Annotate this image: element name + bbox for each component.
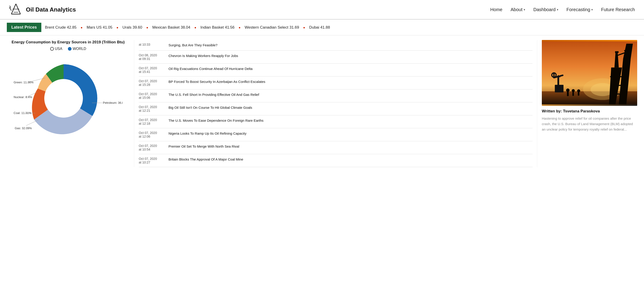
news-item[interactable]: Oct 07, 2020 at 15:06The U.S. Fell Short… xyxy=(139,90,532,102)
svg-rect-30 xyxy=(572,92,574,96)
ticker-price-0: Brent Crude 42.85 xyxy=(45,25,76,30)
green-label: Green: 11.36% xyxy=(14,80,34,84)
radio-world[interactable]: WORLD xyxy=(68,47,86,51)
news-headline: Chevron Is Making Workers Reapply For Jo… xyxy=(168,53,238,58)
news-headline: BP Forced To Boost Security In Azerbaija… xyxy=(168,79,265,84)
people-silhouettes xyxy=(566,88,580,96)
svg-rect-16 xyxy=(554,73,555,78)
news-date: Oct 07, 2020 at 12:06 xyxy=(139,131,165,138)
nuclear-label: Nuclear: 8.4% xyxy=(14,95,32,99)
news-date: Oct 07, 2020 at 12:18 xyxy=(139,118,165,125)
news-date: Oct 07, 2020 at 10:27 xyxy=(139,157,165,164)
donut-hole xyxy=(44,79,83,118)
header: Oil Data Analytics Home About ▾ Dashboar… xyxy=(0,0,644,20)
ticker-bar: Latest Prices Brent Crude 42.85●Mars US … xyxy=(0,20,644,36)
chart-radio-group: USA WORLD xyxy=(7,47,130,52)
news-headline: Big Oil Still Isn't On Course To Hit Glo… xyxy=(168,105,252,110)
ticker-dot-icon: ● xyxy=(116,26,118,29)
radio-usa-circle xyxy=(50,47,54,51)
about-arrow-icon: ▾ xyxy=(524,8,525,11)
svg-rect-23 xyxy=(615,51,618,53)
news-date: Oct 07, 2020 at 15:06 xyxy=(139,92,165,100)
ticker-price-4: Indian Basket 41.56 xyxy=(200,25,234,30)
news-item[interactable]: Oct 07, 2020 at 12:06Nigeria Looks To Ra… xyxy=(139,128,532,141)
svg-rect-12 xyxy=(558,76,559,86)
gas-label: Gas: 32.09% xyxy=(15,126,32,130)
ticker-dot-icon: ● xyxy=(146,26,148,29)
news-date: Oct 07, 2020 at 10:54 xyxy=(139,144,165,151)
news-item[interactable]: at 10:33Surging, But Are They Feasible? xyxy=(139,40,532,51)
svg-rect-20 xyxy=(611,85,621,86)
news-item[interactable]: Oct 07, 2020 at 15:28BP Forced To Boost … xyxy=(139,76,532,90)
news-item[interactable]: Oct 07, 2020 at 10:54Premier Oil Set To … xyxy=(139,141,532,154)
ticker-dot-icon: ● xyxy=(239,26,240,29)
news-headline: Nigeria Looks To Ramp Up Its Oil Refinin… xyxy=(168,131,246,136)
ticker-price-3: Mexican Basket 38.04 xyxy=(152,25,190,30)
news-headline: Britain Blocks The Approval Of A Major C… xyxy=(168,157,243,162)
svg-point-27 xyxy=(566,88,570,92)
svg-rect-26 xyxy=(624,50,632,51)
ticker-price-6: Dubai 41.88 xyxy=(309,25,330,30)
news-date: Oct 07, 2020 at 12:21 xyxy=(139,105,165,112)
coal-label: Coal: 11.31% xyxy=(14,111,31,115)
article-image xyxy=(542,40,637,106)
article-body: Hastening to approve relief for oil comp… xyxy=(542,116,637,132)
petroleum-label: Petroleum: 36.84% xyxy=(103,101,122,104)
news-section: at 10:33Surging, But Are They Feasible?O… xyxy=(134,40,537,167)
news-headline: The U.S. Fell Short In Providing Effecti… xyxy=(168,92,259,97)
donut-chart: Petroleum: 36.84% Gas: 32.09% Coal: 11.3… xyxy=(14,55,122,142)
chart-title: Energy Consumption by Energy Sources in … xyxy=(7,40,130,44)
ticker-price-1: Mars US 41.05 xyxy=(86,25,112,30)
news-item[interactable]: Oct 07, 2020 at 15:41Oil Rig Evacuations… xyxy=(139,64,532,76)
news-headline: Premier Oil Set To Merge With North Sea … xyxy=(168,144,239,149)
dashboard-arrow-icon: ▾ xyxy=(557,8,558,11)
oil-rig-icon xyxy=(9,3,23,16)
news-headline: Surging, But Are They Feasible? xyxy=(168,43,218,48)
svg-rect-32 xyxy=(578,92,579,96)
news-item[interactable]: Oct 07, 2020 at 12:21Big Oil Still Isn't… xyxy=(139,102,532,115)
radio-usa[interactable]: USA xyxy=(50,47,62,51)
news-date: Oct 07, 2020 at 15:41 xyxy=(139,66,165,74)
svg-rect-19 xyxy=(610,76,622,77)
svg-point-31 xyxy=(577,90,580,92)
nav-future-research[interactable]: Future Research xyxy=(601,7,635,12)
svg-rect-21 xyxy=(612,94,620,95)
article-section: Written by: Tsvetana Paraskova Hastening… xyxy=(537,40,637,167)
svg-rect-28 xyxy=(567,92,569,96)
ticker-label: Latest Prices xyxy=(7,23,41,32)
news-item[interactable]: Oct 07, 2020 at 12:18The U.S. Moves To E… xyxy=(139,115,532,128)
ticker-dot-icon: ● xyxy=(194,26,196,29)
chart-section: Energy Consumption by Energy Sources in … xyxy=(7,40,134,167)
article-scene-svg xyxy=(542,40,637,106)
svg-point-29 xyxy=(572,89,575,92)
main-nav: Home About ▾ Dashboard ▾ Forecasting ▾ F… xyxy=(490,7,635,12)
news-item[interactable]: Oct 07, 2020 at 10:27Britain Blocks The … xyxy=(139,154,532,167)
nav-home[interactable]: Home xyxy=(490,7,502,12)
main-content: Energy Consumption by Energy Sources in … xyxy=(0,36,644,172)
radio-world-circle xyxy=(68,47,72,51)
news-headline: Oil Rig Evacuations Continue Ahead Of Hu… xyxy=(168,66,252,71)
nav-forecasting[interactable]: Forecasting ▾ xyxy=(566,7,593,12)
forecasting-arrow-icon: ▾ xyxy=(591,8,593,11)
logo-area: Oil Data Analytics xyxy=(9,3,76,16)
nav-about[interactable]: About ▾ xyxy=(510,7,525,12)
svg-rect-11 xyxy=(555,85,564,92)
article-author: Written by: Tsvetana Paraskova xyxy=(542,109,637,114)
ticker-dot-icon: ● xyxy=(303,26,305,29)
news-headline: The U.S. Moves To Ease Dependence On For… xyxy=(168,118,264,123)
nav-dashboard[interactable]: Dashboard ▾ xyxy=(534,7,558,12)
news-item[interactable]: Oct 08, 2020 at 09:31Chevron Is Making W… xyxy=(139,51,532,64)
ticker-content: Brent Crude 42.85●Mars US 41.05●Urals 39… xyxy=(45,25,330,30)
ticker-price-2: Urals 39.60 xyxy=(122,25,142,30)
news-date: Oct 08, 2020 at 09:31 xyxy=(139,53,165,61)
ticker-price-5: Western Canadian Select 31.69 xyxy=(244,25,299,30)
ticker-dot-icon: ● xyxy=(80,26,82,29)
news-date: at 10:33 xyxy=(139,43,165,46)
logo-text: Oil Data Analytics xyxy=(26,6,76,13)
news-date: Oct 07, 2020 at 15:28 xyxy=(139,79,165,86)
